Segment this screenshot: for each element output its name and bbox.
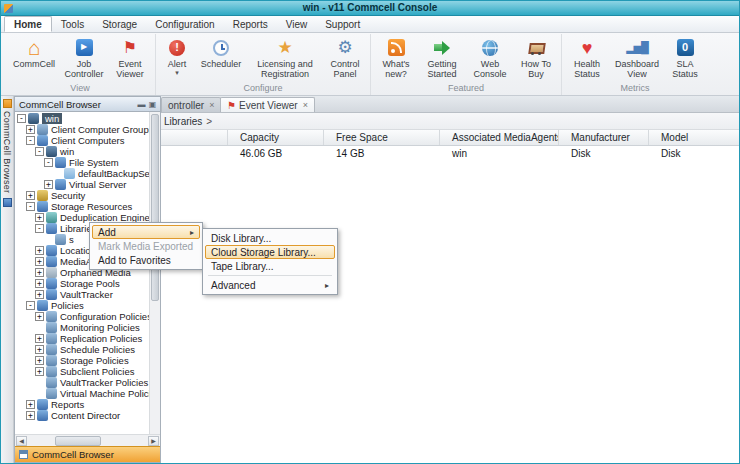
commcell-button[interactable]: CommCell [8, 34, 60, 69]
column-header-manufacturer[interactable]: Manufacturer [559, 130, 649, 145]
commcell-browser-dock-button[interactable]: CommCell Browser [15, 446, 160, 462]
expander-icon[interactable]: + [26, 411, 35, 420]
health-status-button[interactable]: Health Status [565, 34, 609, 79]
tree-node[interactable]: -win [15, 146, 148, 157]
breadcrumb-label[interactable]: Libraries [164, 116, 202, 127]
expander-icon[interactable]: - [26, 202, 35, 211]
scheduler-button[interactable]: Scheduler [195, 34, 247, 69]
panel-tab-icon[interactable] [3, 198, 12, 207]
expander-icon[interactable]: + [35, 334, 44, 343]
expander-icon[interactable]: - [35, 224, 44, 233]
tree-node[interactable]: +Schedule Policies [15, 344, 148, 355]
tree-node-commcell[interactable]: -win [15, 113, 148, 124]
tree-node[interactable]: -Storage Resources [15, 201, 148, 212]
expander-icon[interactable]: - [26, 136, 35, 145]
cell-model: Disk [649, 146, 739, 161]
menu-tab-bar: Home Tools Storage Configuration Reports… [1, 16, 739, 33]
tree-node[interactable]: +Storage Policies [15, 355, 148, 366]
getting-started-button[interactable]: Getting Started [418, 34, 466, 79]
alert-button[interactable]: Alert ▾ [159, 34, 195, 76]
tab-reports[interactable]: Reports [224, 16, 277, 32]
menu-item-advanced[interactable]: Advanced ▸ [205, 278, 335, 292]
expander-icon[interactable]: - [26, 301, 35, 310]
tree-node[interactable]: VaultTracker Policies [15, 377, 148, 388]
event-viewer-button[interactable]: Event Viewer [108, 34, 152, 79]
expander-icon[interactable]: + [35, 367, 44, 376]
chevron-down-icon[interactable]: ▾ [175, 69, 179, 76]
scrollbar-thumb[interactable] [55, 436, 101, 446]
expander-icon[interactable]: + [35, 213, 44, 222]
docked-panel-label[interactable]: CommCell Browser [2, 111, 12, 193]
how-to-buy-button[interactable]: How To Buy [514, 34, 558, 79]
minimize-icon[interactable]: ▬ [136, 98, 147, 111]
tab-tools[interactable]: Tools [52, 16, 93, 32]
tab-view[interactable]: View [277, 16, 317, 32]
tree-node[interactable]: defaultBackupSet [15, 168, 148, 179]
tree-node[interactable]: -File System [15, 157, 148, 168]
tree-node[interactable]: +Subclient Policies [15, 366, 148, 377]
tree-vertical-scrollbar[interactable] [149, 112, 160, 434]
job-controller-button[interactable]: Job Controller [60, 34, 108, 79]
sla-status-button[interactable]: SLA Status [665, 34, 705, 79]
tree-node[interactable]: -Policies [15, 300, 148, 311]
expander-icon[interactable]: + [44, 180, 53, 189]
column-header-free-space[interactable]: Free Space [324, 130, 440, 145]
expander-icon[interactable]: + [35, 345, 44, 354]
tree-node[interactable]: +Content Director [15, 410, 148, 421]
expander-icon[interactable]: + [26, 125, 35, 134]
tree-node[interactable]: -Client Computers [15, 135, 148, 146]
licensing-registration-button[interactable]: Licensing and Registration [247, 34, 323, 79]
tab-configuration[interactable]: Configuration [146, 16, 223, 32]
expander-icon[interactable]: - [44, 158, 53, 167]
menu-item-cloud-storage-library[interactable]: Cloud Storage Library... [205, 245, 335, 259]
tree-horizontal-scrollbar[interactable]: ◀ ▶ [15, 434, 160, 446]
commcell-browser-tab-icon[interactable] [3, 99, 12, 108]
tab-job-controller[interactable]: ontroller × [161, 97, 221, 112]
web-console-button[interactable]: Web Console [466, 34, 514, 79]
menu-item-tape-library[interactable]: Tape Library... [205, 259, 335, 273]
whats-new-button[interactable]: What's new? [374, 34, 418, 79]
close-icon[interactable]: × [209, 100, 214, 110]
tree-node[interactable]: +Replication Policies [15, 333, 148, 344]
tree-node[interactable]: Monitoring Policies [15, 322, 148, 333]
menu-separator [208, 275, 332, 276]
scroll-right-icon[interactable]: ▶ [148, 436, 159, 446]
tab-storage[interactable]: Storage [93, 16, 146, 32]
pin-icon[interactable]: ▣ [147, 98, 158, 111]
tab-home[interactable]: Home [4, 16, 52, 32]
close-icon[interactable]: × [303, 100, 308, 110]
column-header-capacity[interactable]: Capacity [228, 130, 324, 145]
tree-node[interactable]: +Storage Pools [15, 278, 148, 289]
scrollbar-thumb[interactable] [151, 114, 159, 301]
tree-node[interactable]: +Virtual Server [15, 179, 148, 190]
tree-node[interactable]: +Reports [15, 399, 148, 410]
menu-item-disk-library[interactable]: Disk Library... [205, 231, 335, 245]
expander-icon[interactable]: + [35, 356, 44, 365]
tree-node[interactable]: +Configuration Policies [15, 311, 148, 322]
menu-item-add[interactable]: Add ▸ [92, 225, 200, 239]
tree-node-label: Monitoring Policies [60, 322, 140, 333]
expander-icon[interactable]: + [26, 191, 35, 200]
expander-icon[interactable]: + [35, 246, 44, 255]
tree-node[interactable]: +Security [15, 190, 148, 201]
expander-icon[interactable]: + [35, 279, 44, 288]
expander-icon[interactable]: + [26, 400, 35, 409]
tree-node[interactable]: +Client Computer Groups [15, 124, 148, 135]
dashboard-view-button[interactable]: Dashboard View [609, 34, 665, 79]
tab-event-viewer[interactable]: Event Viewer × [220, 97, 315, 112]
expander-icon[interactable]: + [35, 290, 44, 299]
vaulttracker-icon [46, 289, 57, 300]
expander-icon[interactable]: + [35, 312, 44, 321]
tree-node[interactable]: Virtual Machine Policies [15, 388, 148, 399]
tree-node[interactable]: +VaultTracker [15, 289, 148, 300]
expander-icon[interactable]: + [35, 257, 44, 266]
menu-item-add-to-favorites[interactable]: Add to Favorites [92, 253, 200, 267]
column-header-model[interactable]: Model [649, 130, 739, 145]
control-panel-button[interactable]: Control Panel [323, 34, 367, 79]
expander-icon[interactable]: + [35, 268, 44, 277]
column-header-associated-mediaagents[interactable]: Associated MediaAgents [440, 130, 559, 145]
expander-icon[interactable]: - [17, 114, 26, 123]
scroll-left-icon[interactable]: ◀ [16, 436, 27, 446]
expander-icon[interactable]: - [35, 147, 44, 156]
tab-support[interactable]: Support [316, 16, 369, 32]
